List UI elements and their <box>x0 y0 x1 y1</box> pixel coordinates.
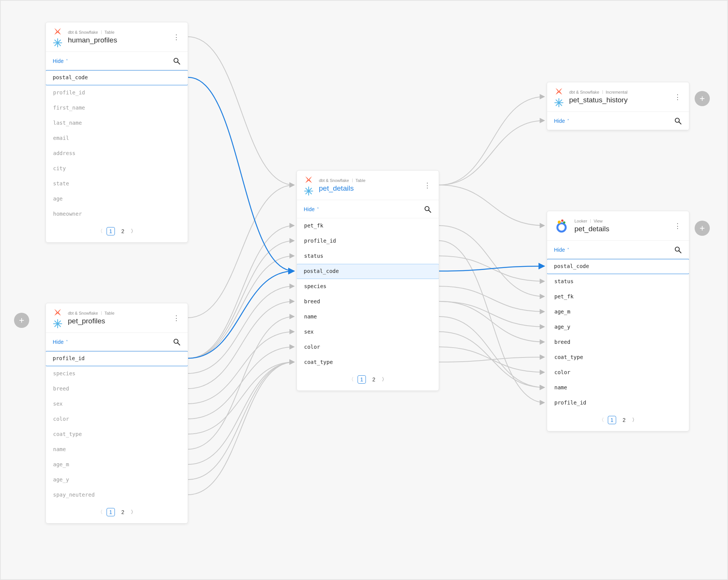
node-pet_status_history: dbt & Snowflake Incremental pet_status_h… <box>547 82 689 130</box>
search-button[interactable] <box>674 117 682 125</box>
search-button[interactable] <box>424 205 432 213</box>
lineage-edge-highlighted <box>188 271 294 358</box>
pager-page-1[interactable]: 1 <box>107 508 115 516</box>
add-node-button[interactable]: + <box>695 221 710 236</box>
field-first_name[interactable]: first_name <box>46 100 188 116</box>
chevron-up-icon: ˄ <box>317 207 319 211</box>
node-source: dbt & Snowflake <box>68 30 98 34</box>
more-menu-button[interactable]: ⋮ <box>673 91 682 103</box>
field-homeowner[interactable]: homeowner <box>46 207 188 222</box>
svg-line-17 <box>429 210 431 212</box>
field-sex[interactable]: sex <box>46 397 188 412</box>
field-name[interactable]: name <box>46 442 188 457</box>
field-color[interactable]: color <box>46 412 188 427</box>
hide-toggle[interactable]: Hide ˄ <box>554 247 569 253</box>
field-pet_fk[interactable]: pet_fk <box>547 289 689 304</box>
pager-page-1[interactable]: 1 <box>358 375 366 384</box>
field-color[interactable]: color <box>297 340 439 355</box>
pager-page-2[interactable]: 2 <box>119 508 127 516</box>
field-sex[interactable]: sex <box>297 324 439 340</box>
search-icon <box>173 338 181 346</box>
field-email[interactable]: email <box>46 131 188 146</box>
search-button[interactable] <box>674 246 682 254</box>
chevron-up-icon: ˄ <box>567 119 569 123</box>
node-meta: Looker View <box>574 219 609 223</box>
pager-page-1[interactable]: 1 <box>608 416 616 424</box>
field-name[interactable]: name <box>297 309 439 324</box>
more-menu-button[interactable]: ⋮ <box>172 31 181 43</box>
field-species[interactable]: species <box>46 366 188 381</box>
add-node-button[interactable]: + <box>14 313 29 328</box>
field-coat_type[interactable]: coat_type <box>297 355 439 370</box>
lineage-edge <box>439 256 544 281</box>
node-kind: Incremental <box>606 90 628 94</box>
field-spay_neutered[interactable]: spay_neutered <box>46 488 188 503</box>
field-city[interactable]: city <box>46 161 188 176</box>
pager-next[interactable]: 〉 <box>131 509 136 516</box>
field-status[interactable]: status <box>547 274 689 289</box>
more-menu-button[interactable]: ⋮ <box>172 312 181 324</box>
field-name[interactable]: name <box>547 380 689 395</box>
field-profile_id[interactable]: profile_id <box>547 395 689 411</box>
field-breed[interactable]: breed <box>547 335 689 350</box>
field-breed[interactable]: breed <box>46 381 188 397</box>
pager-page-1[interactable]: 1 <box>107 227 115 235</box>
field-profile_id[interactable]: profile_id <box>46 85 188 100</box>
more-menu-button[interactable]: ⋮ <box>673 220 682 232</box>
hide-toggle[interactable]: Hide ˄ <box>304 206 319 212</box>
node-meta: dbt & Snowflake Table <box>68 311 115 315</box>
field-age_m[interactable]: age_m <box>547 304 689 320</box>
node-controls: Hide ˄ <box>297 200 439 218</box>
search-icon <box>674 246 682 254</box>
field-address[interactable]: address <box>46 146 188 161</box>
lineage-edge <box>439 121 544 185</box>
field-coat_type[interactable]: coat_type <box>46 427 188 442</box>
node-title[interactable]: pet_status_history <box>569 96 628 104</box>
node-title[interactable]: human_profiles <box>68 36 117 44</box>
field-species[interactable]: species <box>297 279 439 294</box>
field-profile_id[interactable]: profile_id <box>46 351 188 366</box>
node-header: dbt & Snowflake Table pet_details ⋮ <box>297 171 439 200</box>
field-postal_code[interactable]: postal_code <box>547 259 689 274</box>
field-state[interactable]: state <box>46 176 188 191</box>
search-button[interactable] <box>173 338 181 346</box>
pager-next[interactable]: 〉 <box>632 417 637 423</box>
search-button[interactable] <box>173 57 181 65</box>
pager-prev[interactable]: 〈 <box>98 228 103 235</box>
node-meta: dbt & Snowflake Incremental <box>569 90 628 94</box>
field-postal_code[interactable]: postal_code <box>46 70 188 85</box>
field-color[interactable]: color <box>547 365 689 380</box>
add-node-button[interactable]: + <box>695 91 710 106</box>
dbt-icon <box>554 86 564 96</box>
pager-page-2[interactable]: 2 <box>370 376 378 383</box>
pager-prev[interactable]: 〈 <box>349 376 354 383</box>
hide-toggle[interactable]: Hide ˄ <box>554 118 569 124</box>
hide-toggle[interactable]: Hide ˄ <box>53 58 68 64</box>
field-breed[interactable]: breed <box>297 294 439 309</box>
node-title[interactable]: pet_details <box>319 184 366 193</box>
field-pet_fk[interactable]: pet_fk <box>297 218 439 234</box>
svg-point-24 <box>557 223 566 232</box>
pager-page-2[interactable]: 2 <box>620 416 628 424</box>
field-postal_code[interactable]: postal_code <box>297 264 439 279</box>
hide-toggle[interactable]: Hide ˄ <box>53 339 68 345</box>
lineage-edge <box>439 241 544 403</box>
pager-next[interactable]: 〉 <box>382 376 387 383</box>
pager-page-2[interactable]: 2 <box>119 227 127 235</box>
node-title[interactable]: pet_profiles <box>68 317 115 325</box>
lineage-edge <box>188 347 294 419</box>
field-coat_type[interactable]: coat_type <box>547 350 689 365</box>
field-age_m[interactable]: age_m <box>46 457 188 472</box>
node-title[interactable]: pet_details <box>574 225 609 233</box>
field-last_name[interactable]: last_name <box>46 116 188 131</box>
pager-prev[interactable]: 〈 <box>599 417 604 423</box>
field-age_y[interactable]: age_y <box>547 320 689 335</box>
field-age_y[interactable]: age_y <box>46 472 188 488</box>
pager-next[interactable]: 〉 <box>131 228 136 235</box>
field-profile_id[interactable]: profile_id <box>297 234 439 249</box>
more-menu-button[interactable]: ⋮ <box>423 179 432 191</box>
field-status[interactable]: status <box>297 249 439 264</box>
node-meta: dbt & Snowflake Table <box>68 30 117 34</box>
pager-prev[interactable]: 〈 <box>98 509 103 516</box>
field-age[interactable]: age <box>46 191 188 207</box>
